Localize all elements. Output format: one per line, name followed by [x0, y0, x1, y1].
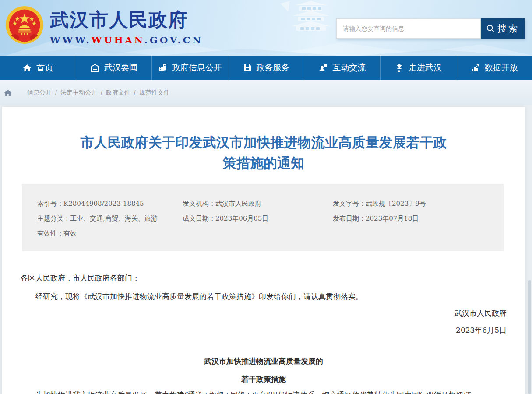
breadcrumb-item-statutory-disclosure[interactable]: 法定主动公开: [60, 89, 97, 97]
nav-label: 走进武汉: [409, 62, 442, 74]
meta-validity-label: 有效性：: [37, 229, 63, 237]
breadcrumb-separator: /: [55, 89, 57, 96]
nav-label: 首页: [36, 62, 53, 74]
meta-date-published-label: 发布日期：: [333, 215, 366, 222]
site-logo[interactable]: 武汉市人民政府 WWW.WUHAN.GOV.CN: [4, 5, 203, 47]
search-button[interactable]: 搜索: [481, 18, 525, 39]
nav-label: 数据开放: [485, 62, 518, 74]
breadcrumb-home-icon[interactable]: [4, 88, 12, 97]
meta-category-row: 主题分类：工业、交通;商贸、海关、旅游: [37, 211, 183, 226]
meta-date-published-row: 发布日期：2023年07月18日: [333, 211, 504, 226]
meta-doc-number-label: 发文字号：: [333, 200, 366, 208]
nav-label: 互动交流: [332, 62, 366, 74]
site-header: 武汉市人民政府 WWW.WUHAN.GOV.CN 搜索: [0, 0, 532, 56]
pagoda-icon: [395, 63, 404, 73]
open-data-icon: [471, 63, 480, 73]
document-title: 市人民政府关于印发武汉市加快推进物流业高质量发展若干政策措施的通知: [2, 132, 525, 173]
meta-doc-number-value: 武政规〔2023〕9号: [366, 200, 426, 208]
meta-doc-number-row: 发文字号：武政规〔2023〕9号: [333, 196, 504, 211]
nav-label: 政府信息公开: [172, 62, 222, 74]
meta-date-written-value: 2023年06月05日: [215, 215, 268, 222]
meta-validity-row: 有效性：有效: [37, 226, 183, 241]
page-area: 市人民政府关于印发武汉市加快推进物流业高质量发展若干政策措施的通知 索引号：K2…: [0, 105, 532, 394]
home-icon: [22, 63, 32, 73]
meta-date-written-label: 成文日期：: [183, 215, 215, 222]
meta-agency-value: 武汉市人民政府: [215, 200, 261, 208]
site-url-wuhan: WUHAN: [92, 35, 144, 46]
meta-index-value: K28044908/2023-18845: [63, 200, 144, 208]
signer: 武汉市人民政府: [21, 308, 507, 318]
breadcrumb-item-gov-documents[interactable]: 政府文件: [106, 89, 130, 97]
breadcrumb-separator: /: [101, 89, 102, 96]
meta-agency-row: 发文机构：武汉市人民政府: [183, 196, 333, 211]
meta-column-2: 发文机构：武汉市人民政府 成文日期：2023年06月05日: [183, 196, 333, 241]
info-disclosure-icon: [158, 63, 168, 73]
salutation: 各区人民政府，市人民政府各部门：: [21, 273, 507, 283]
nav-label: 武汉要闻: [104, 62, 137, 74]
main-navigation: 首页 武汉要闻 政府信息公开 政务服务: [0, 56, 532, 80]
site-url-rest: .GOV.CN: [144, 35, 203, 46]
site-title: 武汉市人民政府 WWW.WUHAN.GOV.CN: [50, 7, 203, 46]
meta-validity-value: 有效: [63, 229, 77, 237]
document-meta-box: 索引号：K28044908/2023-18845 主题分类：工业、交通;商贸、海…: [22, 184, 504, 251]
site-search: 搜索: [336, 18, 525, 39]
scrollbar-thumb[interactable]: [528, 280, 531, 394]
nav-item-services[interactable]: 政务服务: [228, 56, 304, 80]
site-name: 武汉市人民政府: [50, 7, 203, 33]
search-icon: [486, 24, 495, 33]
nav-item-open-data[interactable]: 数据开放: [456, 56, 532, 80]
meta-column-1: 索引号：K28044908/2023-18845 主题分类：工业、交通;商贸、海…: [37, 196, 183, 241]
breadcrumb: 信息公开 / 法定主动公开 / 政府文件 / 规范性文件: [0, 80, 532, 105]
nav-label: 政务服务: [257, 62, 290, 74]
meta-category-value: 工业、交通;商贸、海关、旅游: [70, 215, 158, 222]
site-url-www: WWW.: [50, 35, 92, 46]
meta-column-3: 发文字号：武政规〔2023〕9号 发布日期：2023年07月18日: [333, 196, 504, 241]
meta-category-label: 主题分类：: [37, 215, 70, 222]
attachment-title-line1: 武汉市加快推进物流业高质量发展的: [21, 357, 507, 366]
attachment-title-line2: 若干政策措施: [21, 375, 507, 384]
document-title-line2: 策措施的通知: [2, 153, 525, 173]
search-input[interactable]: [336, 18, 481, 39]
news-icon: [90, 63, 100, 73]
site-url: WWW.WUHAN.GOV.CN: [50, 35, 203, 46]
sign-date: 2023年6月5日: [21, 325, 507, 335]
meta-date-written-row: 成文日期：2023年06月05日: [183, 211, 333, 226]
paragraph-1: 经研究，现将《武汉市加快推进物流业高质量发展的若干政策措施》印发给你们，请认真贯…: [21, 292, 507, 301]
meta-index-row: 索引号：K28044908/2023-18845: [37, 196, 183, 211]
nav-item-info-disclosure[interactable]: 政府信息公开: [152, 56, 228, 80]
breadcrumb-item-info-disclosure[interactable]: 信息公开: [27, 89, 52, 97]
search-button-label: 搜索: [497, 22, 519, 35]
interaction-icon: [318, 63, 328, 73]
nav-item-home[interactable]: 首页: [0, 56, 76, 80]
meta-date-published-value: 2023年07月18日: [366, 215, 419, 222]
breadcrumb-item-normative-documents[interactable]: 规范性文件: [139, 89, 170, 97]
paragraph-2: 为加快推进我市物流业高质量发展，着力构建“通道+枢纽+网络+平台”现代物流体系，…: [21, 390, 507, 394]
meta-index-label: 索引号：: [37, 200, 63, 208]
meta-agency-label: 发文机构：: [183, 200, 215, 208]
nav-item-interaction[interactable]: 互动交流: [304, 56, 381, 80]
services-icon: [243, 63, 252, 73]
national-emblem-icon: [4, 5, 46, 47]
nav-item-news[interactable]: 武汉要闻: [76, 56, 152, 80]
breadcrumb-separator: /: [134, 89, 136, 96]
document-title-line1: 市人民政府关于印发武汉市加快推进物流业高质量发展若干政: [2, 132, 525, 153]
document-card: 市人民政府关于印发武汉市加快推进物流业高质量发展若干政策措施的通知 索引号：K2…: [2, 107, 525, 394]
document-body: 各区人民政府，市人民政府各部门： 经研究，现将《武汉市加快推进物流业高质量发展的…: [2, 273, 525, 394]
nav-item-about-wuhan[interactable]: 走进武汉: [381, 56, 457, 80]
